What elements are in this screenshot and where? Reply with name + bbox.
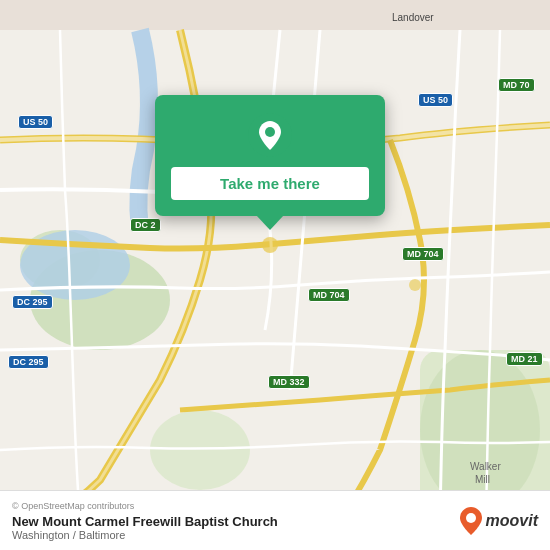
sign-md704-2: MD 704 — [308, 288, 350, 302]
svg-text:Mill: Mill — [475, 474, 490, 485]
sign-dc295-2: DC 295 — [8, 355, 49, 369]
svg-point-4 — [420, 350, 540, 510]
landover-label: Landover — [392, 12, 434, 23]
bottom-bar: © OpenStreetMap contributors New Mount C… — [0, 490, 550, 550]
moovit-logo: moovit — [460, 507, 538, 535]
svg-point-8 — [409, 279, 421, 291]
sign-us50-right: US 50 — [418, 93, 453, 107]
sign-md704-1: MD 704 — [402, 247, 444, 261]
sign-md21: MD 21 — [506, 352, 543, 366]
location-title: New Mount Carmel Freewill Baptist Church — [12, 514, 278, 529]
sign-dc295-1: DC 295 — [12, 295, 53, 309]
sign-md70: MD 70 — [498, 78, 535, 92]
osm-attribution: © OpenStreetMap contributors — [12, 501, 278, 511]
map-background: Walker Mill — [0, 0, 550, 550]
location-pin-icon — [248, 113, 292, 157]
take-me-there-button[interactable]: Take me there — [171, 167, 369, 200]
svg-point-5 — [150, 410, 250, 490]
sign-md332: MD 332 — [268, 375, 310, 389]
map-container: Walker Mill US 50 DC 2 DC 295 DC 295 MD … — [0, 0, 550, 550]
svg-point-12 — [265, 127, 275, 137]
svg-point-7 — [262, 237, 278, 253]
sign-us50-left: US 50 — [18, 115, 53, 129]
moovit-pin-icon — [460, 507, 482, 535]
sign-dc2: DC 2 — [130, 218, 161, 232]
map-popup: Take me there — [155, 95, 385, 216]
location-subtitle: Washington / Baltimore — [12, 529, 278, 541]
svg-point-13 — [466, 513, 476, 523]
location-info: © OpenStreetMap contributors New Mount C… — [12, 501, 278, 541]
svg-text:Walker: Walker — [470, 461, 501, 472]
moovit-text: moovit — [486, 512, 538, 530]
